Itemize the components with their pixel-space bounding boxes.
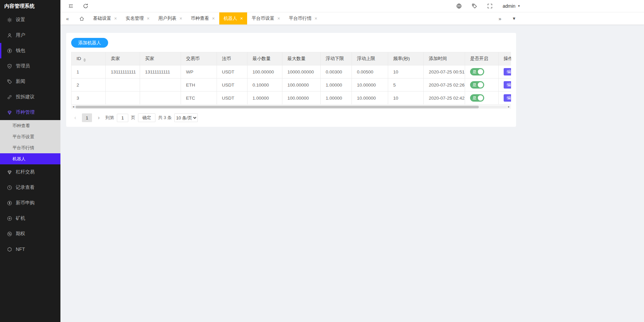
sidebar-subitem-robot[interactable]: 机器人: [0, 153, 60, 164]
sidebar-item-users[interactable]: 用户: [0, 28, 60, 43]
tab-label: 币种查看: [191, 15, 209, 21]
pagination: ‹ 1 › 到第 页 确定 共 3 条 10 条/页: [71, 113, 511, 122]
sidebar-item-wallet[interactable]: 钱包: [0, 43, 60, 58]
caret-down-icon: ▼: [517, 4, 520, 8]
sidebar-item-label: 矿机: [16, 215, 25, 221]
close-icon[interactable]: ×: [315, 16, 317, 21]
enabled-toggle[interactable]: 是: [470, 81, 484, 89]
tag-icon[interactable]: [472, 3, 477, 9]
sidebar-item-miner[interactable]: 矿机: [0, 211, 60, 226]
tab-item-1[interactable]: 实名管理×: [121, 12, 154, 24]
close-icon[interactable]: ×: [179, 16, 182, 21]
cell-actions: 编辑: [499, 65, 511, 78]
tab-label: 平台币行情: [289, 15, 312, 21]
menu-fold-icon[interactable]: [68, 3, 74, 9]
sort-desc-icon[interactable]: [83, 60, 86, 62]
toggle-label: 是: [472, 82, 476, 88]
cell-max_amount: 100.00000: [282, 78, 321, 92]
tab-label: 机器人: [224, 15, 237, 21]
sidebar-menu: 设置用户钱包管理员新闻投拆建议币种管理币种查看平台币设置平台币行情机器人杠杆交易…: [0, 12, 60, 257]
tab-item-4[interactable]: 机器人×: [219, 12, 247, 24]
enabled-toggle[interactable]: 是: [470, 94, 484, 102]
column-header-7: 浮动下限: [321, 52, 352, 65]
clock-icon: [7, 185, 12, 190]
sidebar-item-label: 用户: [16, 32, 25, 38]
table-row: 2ETHUSDT0.10000100.000001.0000010.000005…: [72, 78, 511, 92]
cell-max_amount: 100.00000: [282, 92, 321, 105]
page-size-select[interactable]: 10 条/页: [174, 113, 198, 122]
cell-fiat: USDT: [217, 65, 247, 78]
scrollbar-thumb[interactable]: [76, 106, 479, 108]
diamond-icon: [7, 110, 12, 115]
cell-min_amount: 0.10000: [247, 78, 282, 92]
refresh-icon[interactable]: [83, 3, 88, 9]
sidebar-item-feedback[interactable]: 投拆建议: [0, 89, 60, 105]
column-header-8: 浮动上限: [352, 52, 388, 65]
content-area: 添加机器人 ID卖家买家交易币法币最小数量最大数量浮动下限浮动上限频率(秒)添加…: [60, 25, 644, 322]
close-icon[interactable]: ×: [277, 16, 280, 21]
enabled-toggle[interactable]: 是: [470, 68, 484, 75]
tabs-scroll-right-button[interactable]: »: [493, 12, 507, 24]
sidebar-item-new-coin[interactable]: 新币申购: [0, 195, 60, 211]
horizontal-scrollbar[interactable]: ◄ ►: [71, 105, 511, 109]
tab-item-6[interactable]: 平台币行情×: [284, 12, 322, 24]
confirm-page-button[interactable]: 确定: [138, 113, 155, 122]
column-header-0[interactable]: ID: [72, 52, 106, 65]
toggle-label: 是: [472, 95, 476, 101]
toggle-knob: [478, 69, 483, 74]
close-icon[interactable]: ×: [114, 16, 117, 21]
sidebar-item-records[interactable]: 记录查看: [0, 180, 60, 195]
page-number-button[interactable]: 1: [82, 113, 92, 122]
close-icon[interactable]: ×: [240, 16, 243, 21]
goto-label: 到第: [105, 115, 114, 121]
tabs-scroll-left-button[interactable]: «: [60, 12, 75, 24]
sidebar-item-leverage[interactable]: 杠杆交易: [0, 164, 60, 180]
sidebar-subitem-platform-coin-market[interactable]: 平台币行情: [0, 142, 60, 153]
column-header-3: 交易币: [181, 52, 217, 65]
user-menu[interactable]: admin ▼: [503, 3, 520, 9]
sort-asc-icon[interactable]: [83, 58, 86, 60]
tab-item-2[interactable]: 用户列表×: [154, 12, 186, 24]
cell-float_max: 10.00000: [352, 92, 388, 105]
app-root: 内容管理系统 设置用户钱包管理员新闻投拆建议币种管理币种查看平台币设置平台币行情…: [0, 0, 644, 322]
globe-icon[interactable]: [456, 3, 462, 9]
tab-item-0[interactable]: 基础设置×: [89, 12, 121, 24]
cell-seller: 13111111111: [106, 65, 140, 78]
goto-page-input[interactable]: [117, 114, 128, 122]
home-tab-button[interactable]: [75, 12, 89, 24]
sidebar-item-settings[interactable]: 设置: [0, 12, 60, 28]
scrollbar-track[interactable]: [76, 106, 507, 108]
scroll-left-arrow[interactable]: ◄: [71, 105, 76, 109]
edit-button[interactable]: 编辑: [504, 68, 511, 75]
sidebar-item-admins[interactable]: 管理员: [0, 58, 60, 74]
sidebar-item-label: 设置: [16, 17, 25, 23]
scroll-right-arrow[interactable]: ►: [507, 105, 511, 109]
cell-coin: WP: [181, 65, 217, 78]
total-count-label: 共 3 条: [158, 115, 172, 121]
next-page-button[interactable]: ›: [95, 113, 103, 122]
sidebar-item-coin-manage[interactable]: 币种管理: [0, 105, 60, 120]
tab-item-5[interactable]: 平台币设置×: [247, 12, 284, 24]
cell-created_at: 2020-07-25 02:42:...: [424, 92, 465, 105]
edit-button[interactable]: 编辑: [504, 81, 511, 89]
sidebar-subitem-coin-view[interactable]: 币种查看: [0, 120, 60, 131]
sidebar-item-label: NFT: [16, 247, 25, 252]
cell-id: 3: [72, 92, 106, 105]
sidebar-item-label: 期权: [16, 231, 25, 237]
sidebar-item-news[interactable]: 新闻: [0, 74, 60, 89]
prev-page-button[interactable]: ‹: [71, 113, 79, 122]
close-icon[interactable]: ×: [212, 16, 215, 21]
cell-enabled: 是: [465, 78, 499, 92]
tab-item-3[interactable]: 币种查看×: [187, 12, 219, 24]
sidebar-subitem-platform-coin-settings[interactable]: 平台币设置: [0, 131, 60, 142]
sidebar-item-options[interactable]: 期权: [0, 226, 60, 241]
cell-coin: ETH: [181, 78, 217, 92]
tabs-menu-button[interactable]: ▾: [507, 12, 521, 24]
close-icon[interactable]: ×: [147, 16, 149, 21]
sort-icons[interactable]: [83, 58, 86, 62]
sidebar-item-label: 记录查看: [16, 184, 35, 191]
edit-button[interactable]: 编辑: [504, 94, 511, 102]
sidebar-item-nft[interactable]: NFT: [0, 241, 60, 257]
add-robot-button[interactable]: 添加机器人: [71, 38, 108, 48]
fullscreen-icon[interactable]: [487, 3, 493, 9]
